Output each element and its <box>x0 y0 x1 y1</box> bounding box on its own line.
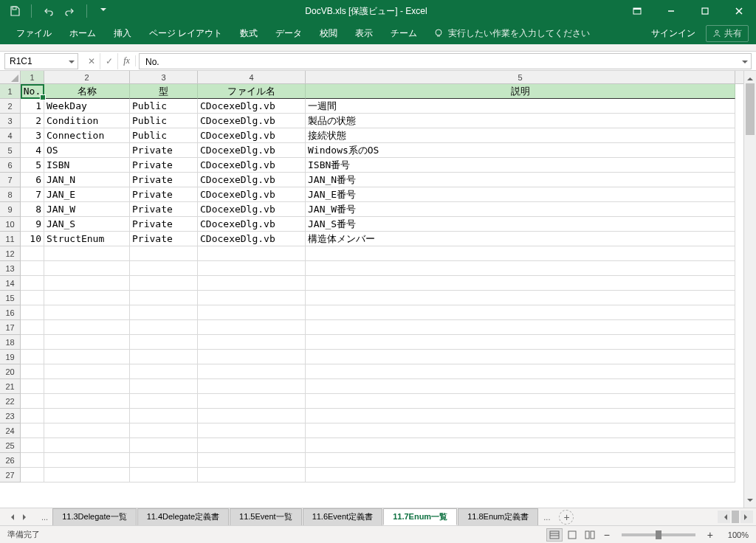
cell[interactable] <box>44 335 130 350</box>
row-header[interactable]: 23 <box>0 409 21 423</box>
hscroll-thumb-area[interactable] <box>732 511 739 523</box>
cell[interactable] <box>198 453 306 468</box>
cell[interactable]: ISBN <box>44 158 130 173</box>
cell[interactable] <box>306 364 735 379</box>
cell[interactable] <box>306 423 735 438</box>
cell[interactable] <box>21 468 44 483</box>
cell[interactable]: JAN_E <box>44 187 130 202</box>
scroll-track[interactable] <box>744 83 756 495</box>
cell[interactable] <box>198 335 306 350</box>
cell[interactable] <box>44 246 130 261</box>
cell[interactable] <box>198 409 306 423</box>
name-box[interactable]: R1C1 <box>4 53 78 69</box>
cell[interactable] <box>21 261 44 276</box>
select-all-button[interactable] <box>0 71 21 83</box>
cell[interactable]: Private <box>130 217 198 232</box>
cell[interactable]: 4 <box>21 143 44 158</box>
redo-button[interactable] <box>61 2 79 20</box>
cell[interactable]: JAN_S番号 <box>306 217 735 232</box>
row-header[interactable]: 6 <box>0 158 21 173</box>
row-header[interactable]: 27 <box>0 468 21 483</box>
tabs-overflow-left[interactable]: ... <box>37 513 52 522</box>
cell[interactable] <box>21 350 44 364</box>
row-header[interactable]: 20 <box>0 364 21 379</box>
cell[interactable]: OS <box>44 143 130 158</box>
cell[interactable] <box>130 379 198 394</box>
sheet-tab[interactable]: 11.3Delegate一覧 <box>52 508 136 525</box>
cell[interactable]: CDocexeDlg.vb <box>198 187 306 202</box>
cell[interactable] <box>44 423 130 438</box>
cell[interactable] <box>44 320 130 335</box>
scroll-up-button[interactable] <box>744 71 756 83</box>
minimize-button[interactable] <box>654 0 688 22</box>
cell[interactable] <box>198 350 306 364</box>
cell[interactable] <box>198 305 306 320</box>
cell[interactable] <box>21 335 44 350</box>
row-header[interactable]: 10 <box>0 217 21 232</box>
cell[interactable] <box>21 409 44 423</box>
maximize-button[interactable] <box>688 0 722 22</box>
cell[interactable]: JAN_E番号 <box>306 187 735 202</box>
cell[interactable]: 製品の状態 <box>306 114 735 128</box>
view-normal-button[interactable] <box>546 528 563 542</box>
row-header[interactable]: 21 <box>0 379 21 394</box>
scroll-down-button[interactable] <box>744 495 756 508</box>
cell[interactable]: 1 <box>21 99 44 114</box>
add-sheet-button[interactable]: + <box>559 510 574 525</box>
view-page-break-button[interactable] <box>582 528 598 542</box>
cell[interactable] <box>21 379 44 394</box>
cell[interactable] <box>198 320 306 335</box>
cell[interactable] <box>44 468 130 483</box>
cell[interactable]: StructEnum <box>44 232 130 246</box>
cell[interactable] <box>198 246 306 261</box>
zoom-in-button[interactable]: + <box>703 529 718 541</box>
cell[interactable] <box>306 350 735 364</box>
cell[interactable] <box>198 438 306 453</box>
tab-nav-first[interactable] <box>4 511 18 524</box>
row-header[interactable]: 25 <box>0 438 21 453</box>
sheet-tab[interactable]: 11.5Event一覧 <box>230 508 302 525</box>
cancel-formula-button[interactable]: ✕ <box>83 53 100 69</box>
share-button[interactable]: 共有 <box>706 25 749 42</box>
cell[interactable]: CDocexeDlg.vb <box>198 114 306 128</box>
row-header[interactable]: 7 <box>0 173 21 187</box>
cell[interactable] <box>306 320 735 335</box>
tell-me-search[interactable]: 実行したい作業を入力してください <box>433 27 590 40</box>
enter-formula-button[interactable]: ✓ <box>100 53 118 69</box>
cell[interactable] <box>130 423 198 438</box>
cell[interactable]: 型 <box>130 84 198 99</box>
cell-grid[interactable]: 1No.名称型ファイル名説明21WeekDayPublicCDocexeDlg.… <box>0 84 743 483</box>
row-header[interactable]: 24 <box>0 423 21 438</box>
column-header[interactable]: 2 <box>44 71 130 83</box>
cell[interactable]: CDocexeDlg.vb <box>198 173 306 187</box>
sheet-tab[interactable]: 11.4Delegate定義書 <box>137 508 229 525</box>
cell[interactable] <box>44 409 130 423</box>
cell[interactable] <box>198 379 306 394</box>
cell[interactable] <box>130 320 198 335</box>
cell[interactable]: 名称 <box>44 84 130 99</box>
cell[interactable]: CDocexeDlg.vb <box>198 128 306 143</box>
cell[interactable] <box>21 305 44 320</box>
cell[interactable] <box>306 291 735 305</box>
row-header[interactable]: 18 <box>0 335 21 350</box>
cell[interactable] <box>306 468 735 483</box>
cell[interactable]: 接続状態 <box>306 128 735 143</box>
cell[interactable] <box>198 291 306 305</box>
cell[interactable]: CDocexeDlg.vb <box>198 217 306 232</box>
row-header[interactable]: 2 <box>0 99 21 114</box>
cell[interactable]: JAN_S <box>44 217 130 232</box>
cell[interactable]: 6 <box>21 173 44 187</box>
sheet-tab[interactable]: 11.6Event定義書 <box>303 508 383 525</box>
tab-nav-next[interactable] <box>19 511 32 524</box>
cell[interactable]: Connection <box>44 128 130 143</box>
row-header[interactable]: 19 <box>0 350 21 364</box>
cell[interactable]: JAN_N <box>44 173 130 187</box>
cell[interactable] <box>44 276 130 291</box>
ribbon-tab-5[interactable]: データ <box>267 22 311 44</box>
zoom-slider[interactable] <box>622 533 695 536</box>
ribbon-tab-6[interactable]: 校閲 <box>311 22 346 44</box>
cell[interactable] <box>130 364 198 379</box>
insert-function-button[interactable]: fx <box>118 55 136 66</box>
column-header[interactable]: 1 <box>21 71 44 83</box>
cell[interactable]: CDocexeDlg.vb <box>198 99 306 114</box>
